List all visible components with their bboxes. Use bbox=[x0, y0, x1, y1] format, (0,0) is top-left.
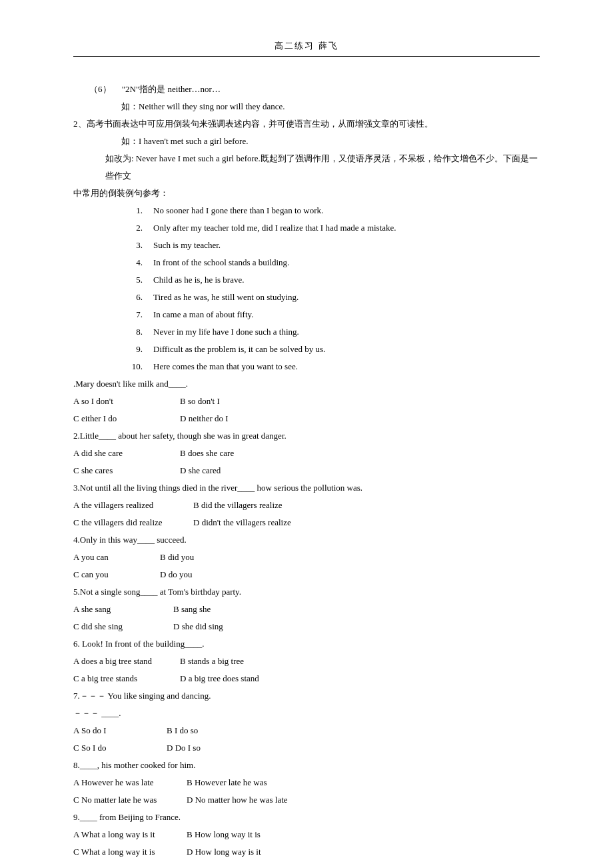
question-6-options-row-2: C a big tree standsD a big tree does sta… bbox=[73, 670, 540, 687]
list-text: Only after my teacher told me, did I rea… bbox=[153, 219, 396, 237]
question-1-options-row-2: C either I doD neither do I bbox=[73, 410, 540, 427]
question-2-stem: 2.Little____ about her safety, though sh… bbox=[73, 427, 540, 445]
option-c: C either I do bbox=[73, 410, 180, 427]
option-a: A so I don't bbox=[73, 393, 180, 410]
question-7-stem-2: －－－ ____. bbox=[73, 705, 540, 722]
question-2-options-row-2: C she caresD she cared bbox=[73, 462, 540, 479]
question-1-stem: .Mary doesn't like milk and____. bbox=[73, 375, 540, 393]
option-c: C So I do bbox=[73, 739, 167, 757]
list-item: 2.Only after my teacher told me, did I r… bbox=[121, 219, 540, 237]
option-c: C she cares bbox=[73, 462, 180, 479]
list-item: 5.Child as he is, he is brave. bbox=[121, 271, 540, 289]
question-1-options-row-1: A so I don'tB so don't I bbox=[73, 393, 540, 410]
question-2-options-row-1: A did she careB does she care bbox=[73, 445, 540, 462]
question-7-options-row-1: A So do IB I do so bbox=[73, 722, 540, 739]
option-d: D she cared bbox=[180, 462, 221, 479]
option-c: C the villagers did realize bbox=[73, 514, 193, 531]
question-8-options-row-2: C No matter late he wasD No matter how h… bbox=[73, 791, 540, 809]
option-d: D How long way is it bbox=[187, 843, 261, 861]
option-a: A did she care bbox=[73, 445, 180, 462]
question-7-stem-1: 7.－－－ You like singing and dancing. bbox=[73, 687, 540, 705]
list-text: Here comes the man that you want to see. bbox=[153, 358, 298, 375]
question-3-options-row-2: C the villagers did realizeD didn't the … bbox=[73, 514, 540, 531]
question-6-options-row-1: A does a big tree standB stands a big tr… bbox=[73, 653, 540, 670]
question-9-options-row-1: A What a long way is itB How long way it… bbox=[73, 826, 540, 843]
option-c: C a big tree stands bbox=[73, 670, 180, 687]
option-c: C did she sing bbox=[73, 618, 173, 635]
list-item: 6.Tired as he was, he still went on stud… bbox=[121, 289, 540, 306]
section-6-label: （6） "2N"指的是 neither…nor… bbox=[73, 81, 540, 98]
option-b: B I do so bbox=[167, 722, 198, 739]
question-3-stem: 3.Not until all the living things died i… bbox=[73, 479, 540, 497]
question-5-options-row-2: C did she singD she did sing bbox=[73, 618, 540, 635]
question-5-stem: 5.Not a single song____ at Tom's birthda… bbox=[73, 583, 540, 601]
list-item: 10.Here comes the man that you want to s… bbox=[121, 358, 540, 375]
list-item: 9.Difficult as the problem is, it can be… bbox=[121, 341, 540, 358]
option-b: B so don't I bbox=[180, 393, 220, 410]
option-c: C can you bbox=[73, 566, 160, 583]
option-d: D do you bbox=[160, 566, 192, 583]
list-text: In front of the school stands a building… bbox=[153, 254, 289, 271]
list-number: 9. bbox=[121, 341, 153, 358]
option-d: D No matter how he was late bbox=[187, 791, 288, 809]
option-a: A So do I bbox=[73, 722, 167, 739]
option-b: B stands a big tree bbox=[180, 653, 244, 670]
list-number: 8. bbox=[121, 323, 153, 341]
page-header: 高二练习 薛飞 bbox=[73, 40, 540, 57]
list-number: 5. bbox=[121, 271, 153, 289]
option-b: B does she care bbox=[180, 445, 234, 462]
list-number: 10. bbox=[121, 358, 153, 375]
section-2-rewrite-1: 如改为: Never have I met such a girl before… bbox=[73, 150, 540, 185]
example-list: 1.No sooner had I gone there than I bega… bbox=[73, 202, 540, 375]
question-8-stem: 8.____, his mother cooked for him. bbox=[73, 757, 540, 774]
question-3-options-row-1: A the villagers realizedB did the villag… bbox=[73, 497, 540, 514]
list-number: 4. bbox=[121, 254, 153, 271]
list-item: 7.In came a man of about fifty. bbox=[121, 306, 540, 323]
question-4-stem: 4.Only in this way____ succeed. bbox=[73, 531, 540, 549]
list-text: Such is my teacher. bbox=[153, 237, 221, 254]
list-number: 2. bbox=[121, 219, 153, 237]
list-text: Child as he is, he is brave. bbox=[153, 271, 244, 289]
question-9-options-row-2: C What a long way it isD How long way is… bbox=[73, 843, 540, 861]
list-number: 1. bbox=[121, 202, 153, 219]
list-text: Never in my life have I done such a thin… bbox=[153, 323, 299, 341]
option-d: D Do I so bbox=[167, 739, 201, 757]
list-text: Tired as he was, he still went on studyi… bbox=[153, 289, 299, 306]
question-4-options-row-2: C can youD do you bbox=[73, 566, 540, 583]
option-c: C No matter late he was bbox=[73, 791, 187, 809]
option-a: A However he was late bbox=[73, 774, 187, 791]
option-b: B did the villagers realize bbox=[193, 497, 283, 514]
option-d: D neither do I bbox=[180, 410, 229, 427]
list-text: No sooner had I gone there than I began … bbox=[153, 202, 323, 219]
question-6-stem: 6. Look! In front of the building____. bbox=[73, 635, 540, 653]
option-b: B sang she bbox=[173, 601, 211, 618]
option-c: C What a long way it is bbox=[73, 843, 187, 861]
document-page: 高二练习 薛飞 （6） "2N"指的是 neither…nor… 如：Neith… bbox=[0, 0, 613, 868]
list-item: 3.Such is my teacher. bbox=[121, 237, 540, 254]
option-d: D didn't the villagers realize bbox=[193, 514, 291, 531]
question-9-stem: 9.____ from Beijing to France. bbox=[73, 809, 540, 826]
list-text: Difficult as the problem is, it can be s… bbox=[153, 341, 325, 358]
list-item: 8.Never in my life have I done such a th… bbox=[121, 323, 540, 341]
option-b: B However late he was bbox=[187, 774, 267, 791]
list-item: 4.In front of the school stands a buildi… bbox=[121, 254, 540, 271]
option-b: B How long way it is bbox=[187, 826, 261, 843]
list-text: In came a man of about fifty. bbox=[153, 306, 253, 323]
option-a: A does a big tree stand bbox=[73, 653, 180, 670]
option-a: A What a long way is it bbox=[73, 826, 187, 843]
question-4-options-row-1: A you canB did you bbox=[73, 549, 540, 566]
option-a: A the villagers realized bbox=[73, 497, 193, 514]
question-8-options-row-1: A However he was lateB However late he w… bbox=[73, 774, 540, 791]
section-6-example: 如：Neither will they sing nor will they d… bbox=[73, 98, 540, 115]
option-b: B did you bbox=[160, 549, 194, 566]
list-number: 6. bbox=[121, 289, 153, 306]
list-item: 1.No sooner had I gone there than I bega… bbox=[121, 202, 540, 219]
section-2-example: 如：I haven't met such a girl before. bbox=[73, 133, 540, 150]
list-number: 3. bbox=[121, 237, 153, 254]
option-d: D she did sing bbox=[173, 618, 223, 635]
option-a: A she sang bbox=[73, 601, 173, 618]
list-number: 7. bbox=[121, 306, 153, 323]
option-d: D a big tree does stand bbox=[180, 670, 259, 687]
option-a: A you can bbox=[73, 549, 160, 566]
section-2-text: 2、高考书面表达中可应用倒装句来强调表述内容，并可使语言生动，从而增强文章的可读… bbox=[73, 115, 540, 133]
